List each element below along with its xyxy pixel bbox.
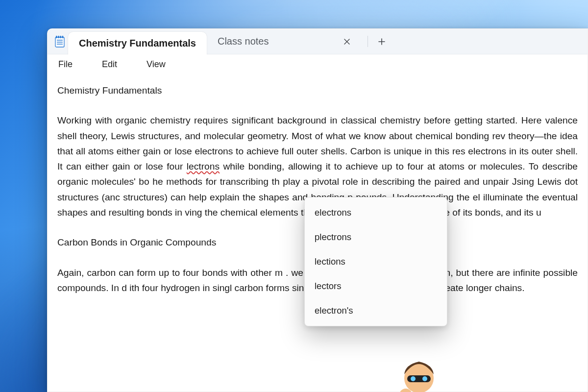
suggestion-item[interactable]: electrons: [305, 200, 447, 225]
menu-file[interactable]: File: [55, 57, 75, 72]
menu-view[interactable]: View: [144, 57, 169, 72]
notepad-window: Chemistry Fundamentals Class notes File …: [47, 28, 588, 392]
menu-bar: File Edit View: [48, 54, 588, 74]
svg-rect-5: [58, 36, 59, 38]
suggestion-item[interactable]: lectors: [305, 274, 447, 298]
suggestion-item[interactable]: plectrons: [305, 225, 447, 249]
svg-rect-7: [62, 36, 64, 38]
suggestion-item[interactable]: electron's: [305, 298, 447, 323]
new-tab-button[interactable]: [371, 29, 392, 54]
tab-divider: [368, 36, 368, 47]
spellcheck-context-menu: electrons plectrons lections lectors ele…: [304, 197, 447, 326]
tab-chemistry-fundamentals[interactable]: Chemistry Fundamentals: [68, 32, 207, 54]
misspelled-word[interactable]: lectrons: [187, 161, 220, 172]
notepad-app-icon: [51, 29, 68, 54]
title-bar[interactable]: Chemistry Fundamentals Class notes: [48, 29, 588, 54]
svg-rect-4: [56, 36, 57, 38]
svg-rect-6: [60, 36, 61, 38]
suggestion-item[interactable]: lections: [305, 249, 447, 274]
menu-edit[interactable]: Edit: [99, 57, 120, 72]
tab-label: Chemistry Fundamentals: [79, 38, 196, 49]
tab-label: Class notes: [218, 36, 296, 47]
document-title: Chemistry Fundamentals: [57, 83, 578, 98]
tab-class-notes[interactable]: Class notes: [207, 29, 365, 54]
close-icon[interactable]: [340, 35, 354, 49]
